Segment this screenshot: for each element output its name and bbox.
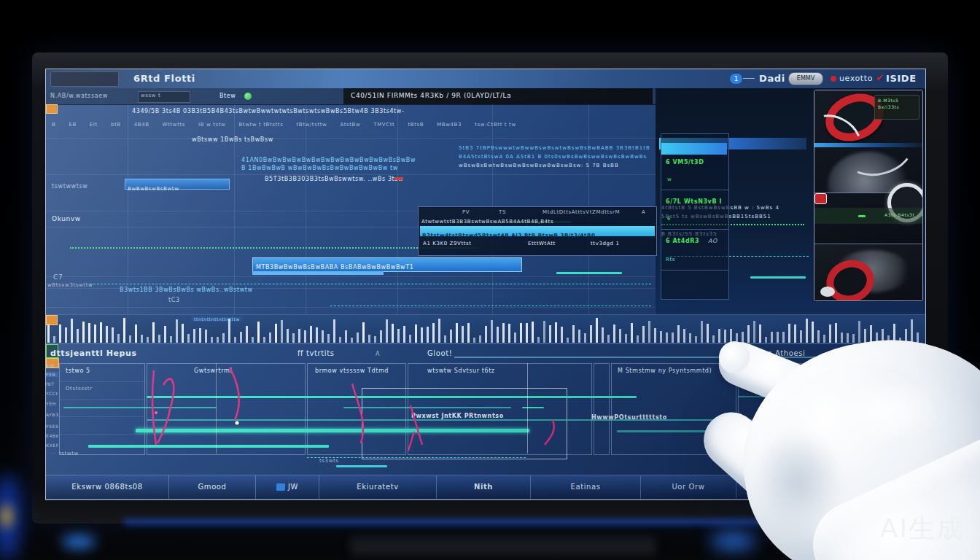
waveform-bar (263, 337, 265, 343)
tab-item[interactable]: Ekswrw 0868ts08 (46, 475, 169, 499)
waveform-bar (572, 325, 575, 343)
toolbar-dark-strip: C40/51IN FIRMMts 4R3Kb / 9R (0LAYD/LT/La (343, 88, 653, 104)
menu-item[interactable]: EB (69, 122, 76, 131)
waveform-bar (94, 324, 96, 343)
list-item-sub: w (667, 176, 672, 182)
blurred-keyboard (350, 537, 656, 556)
strip-label: KXEF (46, 443, 58, 448)
bottom-header-mid: ff tvtrtits (298, 349, 335, 357)
titlebar-tab[interactable] (50, 71, 119, 87)
tab-item[interactable]: Ekiuratetv (319, 475, 437, 499)
list-item[interactable]: 6 At4dR3 (666, 238, 699, 244)
panel2-title: Gwtswrtrm( (194, 368, 233, 374)
waveform-bar (322, 330, 324, 343)
waveform-bar (677, 325, 680, 343)
waveform-bar (561, 327, 563, 343)
bottom-header-a: A (376, 351, 380, 357)
waveform-ruler[interactable]: ttntnttnttnttntttw (46, 314, 925, 344)
waveform-bar (450, 330, 452, 343)
menu-item[interactable]: EIt (90, 122, 98, 131)
waveform-bar (106, 326, 108, 343)
tab-label: JW (288, 483, 298, 491)
thumb-bottom-image[interactable] (814, 244, 922, 300)
waveform-bar (217, 337, 219, 343)
tab-item[interactable]: Nith (437, 475, 531, 499)
waveform-bar (532, 322, 534, 343)
waveform-bar (228, 319, 230, 343)
menu-item[interactable]: tBtw/tsttw (296, 122, 327, 131)
teal-track-bar[interactable] (88, 445, 329, 448)
tab-item[interactable]: Gmood (169, 475, 256, 499)
teal-track-bar[interactable] (63, 407, 217, 408)
toolbar-field[interactable]: wssw t (138, 91, 190, 103)
orange-marker-icon[interactable] (46, 104, 58, 114)
brand-red-dot-icon (831, 76, 836, 82)
teal-pip (858, 215, 866, 217)
playhead-line[interactable] (527, 363, 528, 454)
waveform-bar (631, 323, 633, 343)
teal-track-bar[interactable] (136, 429, 529, 432)
tab-blue-icon (276, 483, 285, 491)
menu-item[interactable]: B (52, 122, 55, 131)
waveform-bar (695, 336, 697, 343)
teal-track-bar[interactable] (522, 407, 544, 408)
menu-item[interactable]: tBtsB (408, 122, 424, 131)
tab-item[interactable]: Eatinas (531, 475, 641, 499)
menu-item[interactable]: Wttwtts (163, 122, 185, 131)
red-mini-badge-icon (814, 193, 827, 204)
waveform-bar (829, 324, 831, 343)
menu-item[interactable]: MBw4B3 (437, 122, 462, 131)
waveform-bar (427, 327, 429, 343)
popup-selected-row[interactable]: B3tstw4tstBtswd5Btswt4B AI3 BtB BtswB 3B… (420, 226, 655, 236)
popup-selected-text: B3tstw4tstBtswd5Btswt4B AI3 BtB BtswB 3B… (420, 233, 595, 238)
thumb-mid-image[interactable]: A3ts B4ts3t (814, 193, 922, 244)
playhead-line[interactable] (216, 363, 217, 454)
menu-item[interactable]: TMVCtt (373, 122, 394, 131)
waveform-bar (508, 324, 510, 343)
dadi-button[interactable]: Dadi (759, 73, 785, 84)
menu-item[interactable]: IB w tstw (198, 122, 225, 131)
tab-item[interactable]: JW (256, 475, 319, 499)
blue-log-row: B3wts1BB 3BwBsBwBs wBwBs..wBstwtw (120, 287, 280, 293)
waveform-bar (864, 329, 866, 343)
ambient-glow-yellow (1, 505, 12, 528)
teal-track-bar[interactable] (147, 396, 637, 398)
waveform-bar (187, 334, 190, 343)
waveform-bar (637, 335, 639, 343)
status-badge[interactable]: Btew (215, 92, 246, 100)
waveform-bar (327, 334, 330, 343)
waveform-bar (77, 329, 79, 343)
thumb-top-image[interactable]: B.M3ts5 Bx/i33ts (814, 90, 922, 192)
waveform-bar (386, 319, 388, 343)
menu-item[interactable]: btB (111, 122, 121, 131)
menu-item[interactable]: 4B4B (134, 122, 149, 131)
waveform-bar (870, 325, 872, 343)
list-item[interactable]: 6 VM5/t3D (666, 159, 704, 166)
waveform-bar (421, 327, 423, 343)
popup-col: MtdLtDttsAtttsVtZMdttsrM (542, 209, 637, 215)
brand-name: uexotto (839, 74, 873, 83)
cyan-track-bar[interactable] (336, 465, 387, 467)
waveform-bar (129, 335, 131, 343)
popup-value: A1 K3K0 Z9Vttst (423, 241, 472, 246)
cyan-track-dash (307, 457, 526, 458)
waveform-bar (368, 335, 370, 343)
selected-clip-bar[interactable]: MTB3BwBwBwBsBwBABA BsBABwBwBwBwBwT1 (252, 257, 522, 272)
teal-track-bar[interactable] (343, 407, 511, 408)
waveform-bar (316, 327, 318, 343)
waveform-bar (660, 331, 662, 343)
side-list-header-bar (661, 143, 727, 155)
waveform-bar (252, 337, 254, 343)
count-badge[interactable]: 1 (730, 74, 742, 84)
menu-item[interactable]: AtstBw (340, 122, 360, 131)
waveform-bar (549, 325, 551, 343)
pill-badge[interactable]: EMMV (788, 72, 823, 85)
icon-column (594, 363, 610, 455)
track-small-label: ts3wts (319, 458, 339, 464)
list-item[interactable]: 6/7L WtsN3vB I (666, 198, 722, 205)
waveform-bar (234, 337, 236, 343)
row-label: wBtsxw3tswttw (47, 282, 93, 288)
clip-bar[interactable]: BwBwBswBsBwtw (125, 179, 230, 190)
menu-item[interactable]: tsw-CtBtt t tw (475, 122, 516, 131)
menu-item[interactable]: Btwtw t tBtstts (238, 122, 283, 131)
